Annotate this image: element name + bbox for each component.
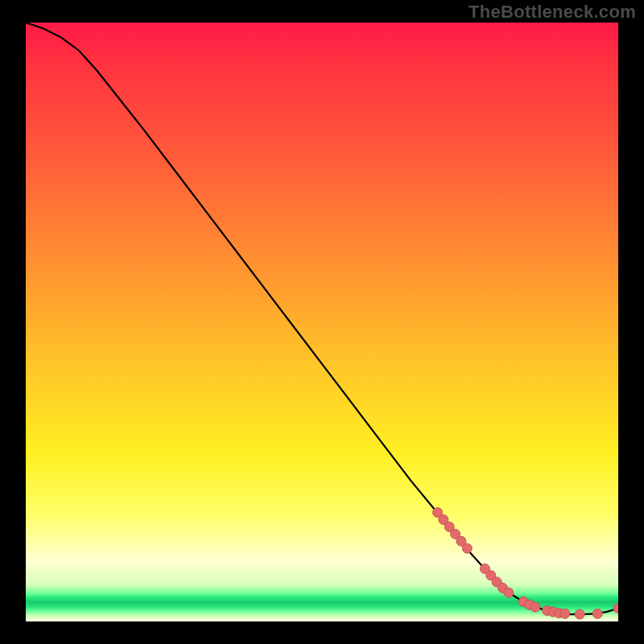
- data-marker: [462, 543, 472, 553]
- watermark-text: TheBottleneck.com: [469, 2, 636, 23]
- data-marker: [560, 609, 570, 618]
- curve-line: [26, 23, 618, 614]
- data-marker: [592, 609, 602, 618]
- data-marker: [530, 602, 540, 612]
- data-marker: [504, 588, 514, 597]
- data-marker: [575, 609, 584, 619]
- chart-frame: TheBottleneck.com: [0, 0, 644, 644]
- data-marker: [613, 604, 618, 613]
- marker-layer: [433, 508, 618, 619]
- chart-svg: [26, 23, 618, 621]
- plot-area: [26, 23, 618, 621]
